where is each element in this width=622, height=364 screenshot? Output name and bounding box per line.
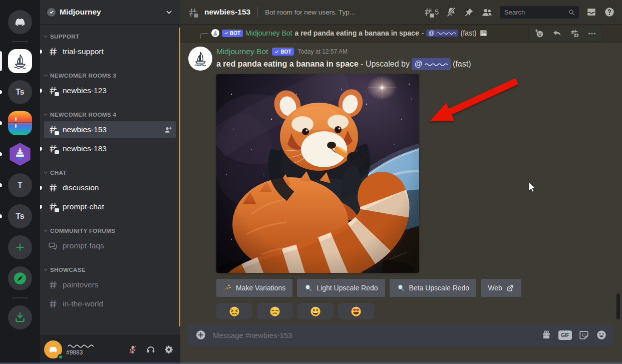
add-server-button[interactable] — [8, 235, 32, 259]
channel-discussion[interactable]: discussion — [44, 179, 176, 196]
beta-upscale-redo-button[interactable]: Beta Upscale Redo — [390, 279, 477, 297]
user-discriminator: #9883 — [66, 349, 121, 356]
notifications-muted-button[interactable] — [446, 7, 457, 18]
channel-prompt-chat[interactable]: prompt-chat — [44, 198, 176, 215]
reaction-grinning[interactable] — [297, 303, 334, 319]
user-panel: #9883 — [40, 335, 180, 364]
mic-muted-button[interactable] — [125, 342, 140, 357]
reply-mention-redacted[interactable]: @ — [426, 30, 458, 37]
server-ts-2[interactable]: Ts — [8, 204, 32, 228]
server-t[interactable]: T — [8, 173, 32, 197]
redacted-scribble — [424, 62, 448, 67]
category-support[interactable]: SUPPORT — [40, 30, 180, 43]
rail-row — [0, 10, 40, 34]
reaction-heart-eyes[interactable] — [338, 303, 374, 319]
bell-slash-ic — [446, 7, 457, 18]
reply-spine — [200, 33, 208, 39]
people-icon — [481, 7, 493, 18]
threads-button[interactable]: 5 — [423, 7, 439, 17]
help-button[interactable] — [604, 7, 615, 18]
chat-scrollbar-thumb[interactable] — [616, 293, 620, 319]
channel-topic[interactable]: Bot room for new users. Typ... — [265, 9, 355, 16]
chevron-down-icon — [43, 34, 48, 39]
invite-people-icon[interactable] — [164, 126, 172, 134]
fridge-handle — [15, 124, 17, 128]
message-content: a red panda eating a banana in space - U… — [216, 58, 622, 70]
explore-servers-button[interactable] — [8, 266, 32, 290]
redacted-username-scribble — [66, 343, 95, 348]
discord-home-button[interactable] — [8, 10, 32, 34]
generated-image[interactable] — [216, 74, 419, 273]
guild-header[interactable]: Midjourney — [40, 0, 180, 24]
channel-newbies-123[interactable]: newbies-123 — [44, 82, 176, 99]
reply-author-avatar[interactable] — [211, 29, 219, 37]
discord-logo-icon — [13, 15, 28, 30]
cake-icon — [12, 146, 28, 162]
server-ts-1[interactable]: Ts — [8, 80, 32, 104]
channel-in-the-world[interactable]: in-the-world — [44, 295, 176, 312]
server-midjourney[interactable] — [8, 49, 32, 73]
deafen-button[interactable] — [143, 342, 158, 357]
reaction-confounded[interactable] — [216, 303, 252, 319]
redacted-scribble — [436, 31, 456, 35]
message-composer[interactable]: Message #newbies-153 GIF — [188, 324, 614, 346]
rail-row — [0, 111, 40, 135]
user-avatar[interactable] — [44, 340, 62, 358]
channel-trial-support[interactable]: trial-support — [44, 43, 176, 60]
composer-placeholder[interactable]: Message #newbies-153 — [213, 331, 534, 339]
search-input[interactable] — [503, 8, 566, 17]
reply-arrow-icon — [552, 29, 562, 39]
chevron-down-icon — [43, 170, 48, 175]
gift-button[interactable] — [541, 329, 552, 340]
unread-pill — [0, 152, 2, 156]
reply-author-name[interactable]: Midjourney Bot — [245, 29, 292, 37]
download-icon — [14, 311, 27, 324]
heart-eyes-face-icon — [351, 306, 362, 317]
attach-file-button[interactable] — [195, 329, 206, 340]
mention-redacted[interactable]: @ — [412, 58, 450, 70]
inbox-button[interactable] — [586, 7, 597, 18]
channel-newbies-183[interactable]: newbies-183 — [44, 140, 176, 157]
plus-circle-icon — [195, 329, 206, 340]
category-showcase[interactable]: SHOWCASE — [40, 263, 180, 276]
member-list-button[interactable] — [481, 7, 493, 18]
expressionless-face-icon — [269, 306, 280, 317]
category-newcomer-rooms-3[interactable]: NEWCOMER ROOMS 3 — [40, 69, 180, 82]
more-options-button[interactable] — [587, 29, 597, 39]
pinned-messages-button[interactable] — [464, 7, 474, 18]
channel-newbies-153[interactable]: newbies-153 — [44, 121, 176, 138]
server-hexagon-cake[interactable] — [8, 142, 32, 166]
server-fridge[interactable] — [8, 111, 32, 135]
reply-dash: - — [422, 29, 424, 37]
emoji-picker-button[interactable] — [596, 329, 607, 340]
author-name[interactable]: Midjourney Bot — [216, 47, 268, 56]
reaction-expressionless[interactable] — [257, 303, 293, 319]
category-newcomer-rooms-4[interactable]: NEWCOMER ROOMS 4 — [40, 108, 180, 121]
create-thread-button[interactable] — [569, 29, 579, 39]
channel-list: SUPPORT trial-support NEWCOMER ROOMS 3 n… — [40, 24, 180, 335]
make-variations-button[interactable]: Make Variations — [216, 279, 292, 297]
channel-prompt-faqs[interactable]: prompt-faqs — [44, 237, 176, 254]
discord-logo-icon — [47, 343, 59, 355]
channel-paintovers[interactable]: paintovers — [44, 276, 176, 293]
pin-icon — [464, 7, 474, 18]
sticker-picker-button[interactable] — [578, 329, 589, 340]
ellipsis-icon — [587, 29, 597, 39]
category-community-forums[interactable]: COMMUNITY FORUMS — [40, 224, 180, 237]
hash-chat-icon — [48, 125, 58, 135]
username-tag[interactable]: #9883 — [66, 343, 121, 356]
category-chat[interactable]: CHAT — [40, 166, 180, 179]
web-button[interactable]: Web — [481, 279, 521, 297]
search-box[interactable] — [500, 6, 579, 19]
user-settings-button[interactable] — [161, 342, 176, 357]
light-upscale-redo-button[interactable]: Light Upscale Redo — [297, 279, 385, 297]
download-apps-button[interactable] — [8, 305, 32, 329]
reply-preview-text[interactable]: a red panda eating a banana in space — [295, 29, 419, 37]
midjourney-bot-avatar[interactable] — [188, 47, 212, 71]
gif-picker-button[interactable]: GIF — [558, 330, 572, 340]
magic-wand-icon — [223, 283, 232, 292]
compass-icon — [13, 271, 28, 286]
reply-button[interactable] — [552, 29, 562, 39]
prompt-text: a red panda eating a banana in space — [216, 60, 359, 68]
add-reaction-button[interactable] — [534, 29, 544, 39]
